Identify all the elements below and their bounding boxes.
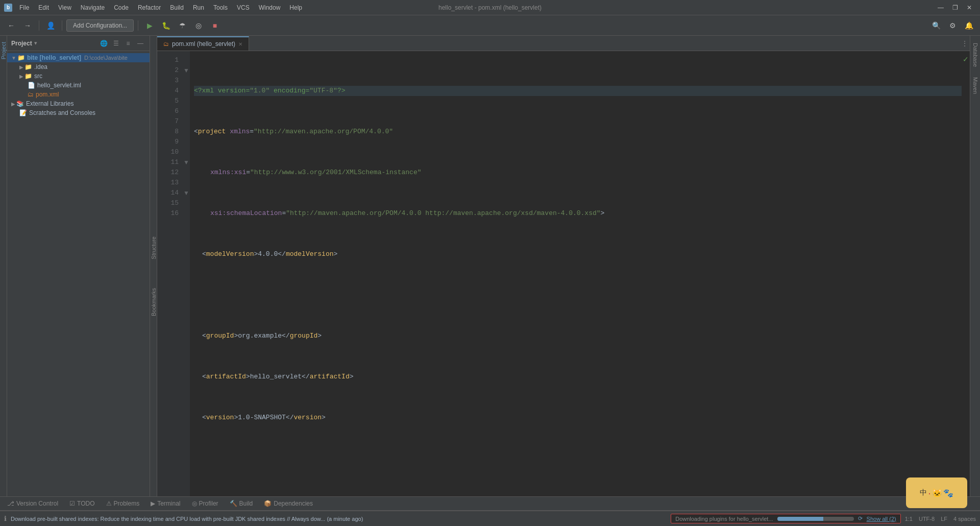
menu-vcs[interactable]: VCS <box>233 3 254 13</box>
tree-src-folder[interactable]: ▶ 📁 src <box>7 71 150 81</box>
database-tab[interactable]: Database <box>971 38 979 72</box>
line-6-content <box>194 290 198 300</box>
tree-external-libs[interactable]: ▶ 📚 External Libraries <box>7 99 150 108</box>
tree-scratches[interactable]: 📝 Scratches and Consoles <box>7 108 150 117</box>
forward-button[interactable]: → <box>20 18 35 33</box>
project-dropdown-arrow[interactable]: ▾ <box>34 40 37 46</box>
line-num-7: 7 <box>157 116 183 127</box>
menu-build[interactable]: Build <box>166 3 188 13</box>
menu-navigate[interactable]: Navigate <box>77 3 109 13</box>
fold-10 <box>183 147 190 157</box>
fold-2[interactable]: ▼ <box>183 65 190 76</box>
project-settings-btn[interactable]: ≡ <box>123 38 133 49</box>
fold-markers: ▼ ▼ ▼ <box>183 51 190 496</box>
menu-window[interactable]: Window <box>255 3 285 13</box>
fold-12 <box>183 168 190 178</box>
tab-more-button[interactable]: ⋮ <box>960 36 970 51</box>
menu-file[interactable]: File <box>15 3 33 13</box>
status-right-info: 1:1 UTF-8 LF 4 spaces <box>905 516 976 522</box>
tab-pom-xml[interactable]: 🗂 pom.xml (hello_servlet) ✕ <box>157 36 249 51</box>
project-tab-label[interactable]: Project <box>0 38 8 63</box>
profiler-tab[interactable]: ◎ Profiler <box>187 498 224 509</box>
toolbar-sep-2 <box>62 20 62 31</box>
close-button[interactable]: ✕ <box>963 3 976 13</box>
fold-3 <box>183 76 190 86</box>
decoration-dot: · <box>928 487 931 499</box>
menu-tools[interactable]: Tools <box>209 3 232 13</box>
structure-tab[interactable]: Structure <box>151 232 157 264</box>
project-panel: Project ▾ 🌐 ☰ ≡ — ▼ 📁 bite [hello_servle… <box>7 36 150 496</box>
iml-label: hello_servlet.iml <box>37 82 81 89</box>
tree-idea-folder[interactable]: ▶ 📁 .idea <box>7 62 150 71</box>
code-line-9: <version>1.0-SNAPSHOT</version> <box>194 413 962 423</box>
line-num-9: 9 <box>157 137 183 147</box>
version-control-tab[interactable]: ⎇ Version Control <box>2 498 63 509</box>
line-3-content: xmlns:xsi="http://www.w3.org/2001/XMLSch… <box>194 168 422 178</box>
build-label: Build <box>239 500 253 507</box>
line-num-8: 8 <box>157 127 183 137</box>
line-num-5: 5 <box>157 96 183 106</box>
terminal-tab[interactable]: ▶ Terminal <box>145 498 185 509</box>
decoration-icon-2: 🐾 <box>943 488 953 498</box>
profiler-icon: ◎ <box>192 500 197 507</box>
toolbar-sep-3 <box>138 20 138 31</box>
build-tab[interactable]: 🔨 Build <box>225 498 258 509</box>
debug-button[interactable]: 🐛 <box>159 18 173 33</box>
maven-tab[interactable]: Maven <box>971 72 979 99</box>
search-everywhere-button[interactable]: 🔍 <box>929 18 943 33</box>
code-editor[interactable]: 1 2 3 4 5 6 7 8 9 10 11 12 13 14 15 16 ▼ <box>157 51 970 496</box>
fold-1 <box>183 55 190 65</box>
fold-14[interactable]: ▼ <box>183 188 190 198</box>
line-num-12: 12 <box>157 168 183 178</box>
line-num-1: 1 <box>157 55 183 65</box>
profile-button[interactable]: ◎ <box>191 18 206 33</box>
menu-edit[interactable]: Edit <box>34 3 53 13</box>
menu-refactor[interactable]: Refactor <box>134 3 165 13</box>
app-icon: b <box>4 4 12 12</box>
problems-label: Problems <box>114 500 140 507</box>
dependencies-tab[interactable]: 📦 Dependencies <box>259 498 318 509</box>
fold-7 <box>183 116 190 127</box>
menu-help[interactable]: Help <box>285 3 306 13</box>
fold-9 <box>183 137 190 147</box>
bookmarks-tab[interactable]: Bookmarks <box>151 284 157 320</box>
problems-tab[interactable]: ⚠ Problems <box>101 498 145 509</box>
bottom-tool-tabs: ⎇ Version Control ☑ TODO ⚠ Problems ▶ Te… <box>0 496 980 511</box>
minimize-button[interactable]: — <box>934 3 947 13</box>
settings-button[interactable]: ⚙ <box>945 18 960 33</box>
notifications-button[interactable]: 🔔 <box>962 18 976 33</box>
run-with-coverage-button[interactable]: ☂ <box>175 18 189 33</box>
progress-text: Downloading plugins for hello_servlet... <box>675 516 773 522</box>
stop-button[interactable]: ■ <box>208 18 222 33</box>
dependencies-label: Dependencies <box>274 500 313 507</box>
status-progress-area: Downloading plugins for hello_servlet...… <box>671 514 900 523</box>
tab-close-button[interactable]: ✕ <box>238 41 242 47</box>
code-content[interactable]: <?xml version="1.0" encoding="UTF-8"?> <… <box>190 51 962 496</box>
maximize-button[interactable]: ❐ <box>948 3 962 13</box>
project-collapse-button[interactable]: ☰ <box>111 38 121 49</box>
tree-pom-file[interactable]: 🗂 pom.xml <box>7 90 150 99</box>
project-panel-title: Project <box>11 40 32 47</box>
menu-view[interactable]: View <box>54 3 76 13</box>
src-label: src <box>34 73 42 80</box>
tab-label: pom.xml (hello_servlet) <box>172 40 235 47</box>
add-configuration-button[interactable]: Add Configuration... <box>66 19 134 32</box>
project-add-file-button[interactable]: 🌐 <box>99 38 109 49</box>
project-hide-button[interactable]: — <box>135 38 145 49</box>
tree-iml-file[interactable]: 📄 hello_servlet.iml <box>7 81 150 90</box>
back-button[interactable]: ← <box>4 18 18 33</box>
project-settings-button[interactable]: 👤 <box>43 18 58 33</box>
todo-tab[interactable]: ☑ TODO <box>64 498 100 509</box>
window-controls: — ❐ ✕ <box>934 3 976 13</box>
show-all-button[interactable]: Show all (2) <box>867 516 896 522</box>
menu-run[interactable]: Run <box>189 3 208 13</box>
code-line-10 <box>194 453 962 464</box>
fold-11[interactable]: ▼ <box>183 157 190 168</box>
root-arrow: ▼ <box>11 55 16 61</box>
status-message: Download pre-built shared indexes: Reduc… <box>11 516 667 522</box>
line-num-13: 13 <box>157 178 183 188</box>
left-tab-strip: Project <box>0 36 7 496</box>
run-button[interactable]: ▶ <box>142 18 157 33</box>
menu-code[interactable]: Code <box>110 3 133 13</box>
tree-root[interactable]: ▼ 📁 bite [hello_servlet] D:\code\Java\bi… <box>7 53 150 62</box>
